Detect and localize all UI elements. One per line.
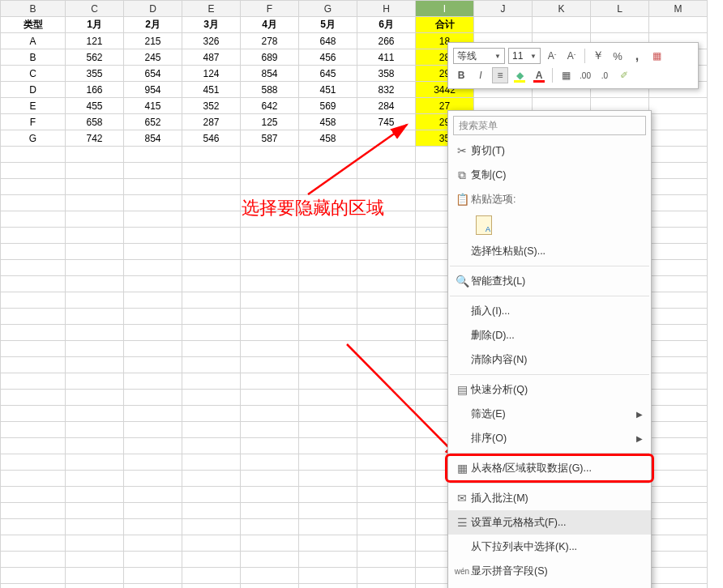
cell[interactable]: 546 <box>182 130 241 147</box>
cell[interactable] <box>357 130 416 147</box>
empty-cell[interactable] <box>182 584 241 589</box>
empty-cell[interactable] <box>182 552 241 568</box>
empty-cell[interactable] <box>649 535 708 552</box>
empty-cell[interactable] <box>357 147 416 163</box>
cell[interactable]: 124 <box>182 66 241 82</box>
menu-insert-comment[interactable]: ✉ 插入批注(M) <box>448 486 651 510</box>
bold-button[interactable]: B <box>453 67 469 83</box>
empty-cell[interactable] <box>182 325 241 341</box>
empty-cell[interactable] <box>124 390 182 406</box>
menu-define-name[interactable]: 定义名称(A)... <box>448 583 651 588</box>
cell[interactable]: 587 <box>241 130 299 147</box>
empty-cell[interactable] <box>1 487 66 503</box>
format-table-icon[interactable]: ▦ <box>648 48 665 64</box>
empty-cell[interactable] <box>299 195 357 211</box>
empty-cell[interactable] <box>357 568 416 584</box>
empty-cell[interactable] <box>66 228 124 244</box>
menu-delete[interactable]: 删除(D)... <box>448 323 651 347</box>
empty-cell[interactable] <box>124 568 182 584</box>
empty-cell[interactable] <box>1 163 66 179</box>
empty-cell[interactable] <box>182 568 241 584</box>
percent-format-button[interactable]: % <box>610 48 626 64</box>
empty-cell[interactable] <box>66 390 124 406</box>
column-header-G[interactable]: G <box>299 1 357 17</box>
empty-cell[interactable] <box>66 325 124 341</box>
cell[interactable]: 125 <box>241 114 299 130</box>
empty-cell[interactable] <box>1 179 66 195</box>
cell[interactable]: 451 <box>182 82 241 98</box>
empty-cell[interactable] <box>1 373 66 390</box>
empty-cell[interactable] <box>1 584 66 589</box>
empty-cell[interactable] <box>299 552 357 568</box>
column-header-F[interactable]: F <box>241 1 299 17</box>
cell[interactable]: 456 <box>299 49 357 66</box>
empty-cell[interactable] <box>124 519 182 535</box>
menu-filter[interactable]: 筛选(E) ▶ <box>448 402 651 426</box>
header-cell[interactable] <box>649 17 708 33</box>
cell[interactable]: 569 <box>299 98 357 114</box>
cell[interactable]: 352 <box>182 98 241 114</box>
empty-cell[interactable] <box>182 309 241 325</box>
empty-cell[interactable] <box>649 309 708 325</box>
cell[interactable]: 562 <box>66 49 124 66</box>
empty-cell[interactable] <box>124 147 182 163</box>
cell[interactable]: 745 <box>357 114 416 130</box>
empty-cell[interactable] <box>124 406 182 422</box>
font-color-button[interactable]: A <box>531 67 547 83</box>
empty-cell[interactable] <box>299 276 357 292</box>
empty-cell[interactable] <box>241 292 299 309</box>
empty-cell[interactable] <box>124 325 182 341</box>
cell[interactable]: 287 <box>182 114 241 130</box>
empty-cell[interactable] <box>649 179 708 195</box>
empty-cell[interactable] <box>66 357 124 373</box>
empty-cell[interactable] <box>299 390 357 406</box>
menu-sort[interactable]: 排序(O) ▶ <box>448 426 651 450</box>
empty-cell[interactable] <box>357 438 416 454</box>
empty-cell[interactable] <box>357 309 416 325</box>
empty-cell[interactable] <box>649 292 708 309</box>
empty-cell[interactable] <box>1 325 66 341</box>
empty-cell[interactable] <box>357 406 416 422</box>
cell[interactable]: C <box>1 66 66 82</box>
cell[interactable]: 166 <box>66 82 124 98</box>
header-cell[interactable] <box>591 17 649 33</box>
cell[interactable]: 742 <box>66 130 124 147</box>
cell[interactable]: B <box>1 49 66 66</box>
empty-cell[interactable] <box>241 584 299 589</box>
empty-cell[interactable] <box>299 454 357 471</box>
menu-smart-lookup[interactable]: 🔍 智能查找(L) <box>448 269 651 293</box>
empty-cell[interactable] <box>299 406 357 422</box>
empty-cell[interactable] <box>649 147 708 163</box>
cell[interactable]: F <box>1 114 66 130</box>
empty-cell[interactable] <box>357 357 416 373</box>
empty-cell[interactable] <box>241 487 299 503</box>
menu-search-input[interactable]: 搜索菜单 <box>453 116 646 135</box>
empty-cell[interactable] <box>241 163 299 179</box>
borders-button[interactable]: ▦ <box>558 67 574 83</box>
empty-cell[interactable] <box>357 260 416 276</box>
empty-cell[interactable] <box>299 535 357 552</box>
cell[interactable]: 278 <box>241 33 299 49</box>
empty-cell[interactable] <box>182 357 241 373</box>
empty-cell[interactable] <box>299 438 357 454</box>
column-header-J[interactable]: J <box>474 1 533 17</box>
empty-cell[interactable] <box>299 292 357 309</box>
empty-cell[interactable] <box>241 568 299 584</box>
empty-cell[interactable] <box>357 552 416 568</box>
empty-cell[interactable] <box>182 276 241 292</box>
empty-cell[interactable] <box>649 244 708 260</box>
align-button[interactable]: ≡ <box>492 67 508 83</box>
cell[interactable]: 689 <box>241 49 299 66</box>
empty-cell[interactable] <box>182 228 241 244</box>
empty-cell[interactable] <box>66 438 124 454</box>
column-header-K[interactable]: K <box>533 1 591 17</box>
empty-cell[interactable] <box>124 163 182 179</box>
empty-cell[interactable] <box>124 179 182 195</box>
empty-cell[interactable] <box>357 584 416 589</box>
cell[interactable] <box>649 114 708 130</box>
empty-cell[interactable] <box>299 422 357 438</box>
empty-cell[interactable] <box>299 260 357 276</box>
header-cell[interactable]: 6月 <box>357 17 416 33</box>
menu-clear-contents[interactable]: 清除内容(N) <box>448 347 651 372</box>
empty-cell[interactable] <box>1 535 66 552</box>
